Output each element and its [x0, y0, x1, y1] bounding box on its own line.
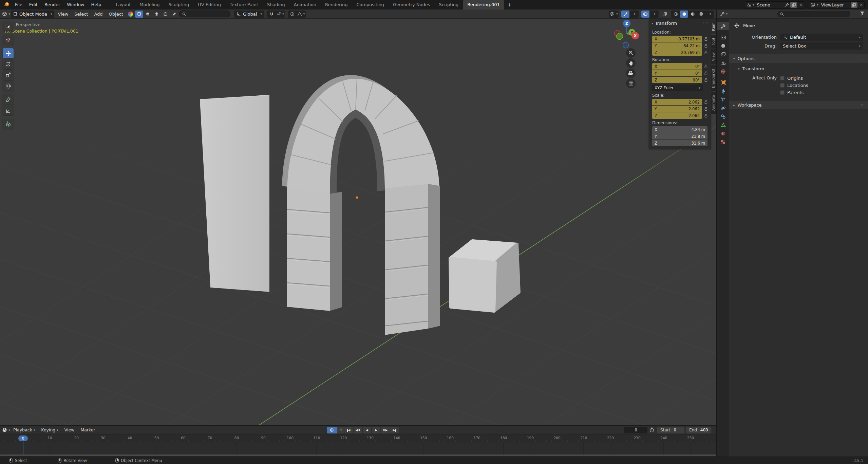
- tool-cursor[interactable]: [3, 35, 14, 45]
- new-scene-button[interactable]: [790, 2, 797, 8]
- frame-end-field[interactable]: End400: [686, 427, 711, 433]
- workspace-tab-geometry-nodes[interactable]: Geometry Nodes: [389, 0, 435, 10]
- menu-help[interactable]: Help: [88, 0, 105, 10]
- lock-icon[interactable]: [703, 78, 708, 82]
- transform-orientation-selector[interactable]: Global ▾: [234, 11, 264, 18]
- menu-render[interactable]: Render: [41, 0, 63, 10]
- current-frame-field[interactable]: 0: [624, 427, 647, 433]
- editor-type-button[interactable]: ▾: [2, 11, 10, 18]
- workspace-tab-rendering-001[interactable]: Rendering.001: [463, 0, 504, 10]
- tool-annotate[interactable]: [3, 94, 14, 105]
- play-button[interactable]: ▶: [372, 427, 380, 433]
- rotation-mode-dropdown[interactable]: XYZ Euler▾: [652, 85, 703, 91]
- auto-keying-dropdown[interactable]: ▾: [337, 427, 344, 433]
- workspace-section-header[interactable]: ▸ Workspace ∷∷: [729, 101, 868, 109]
- timeline-track-area[interactable]: [0, 442, 716, 455]
- shading-dropdown-button[interactable]: ▾: [705, 11, 714, 18]
- timeline-scrollbar[interactable]: [0, 454, 716, 456]
- proportional-falloff-button[interactable]: ▾: [297, 11, 305, 18]
- lock-icon[interactable]: [703, 71, 708, 75]
- transform-subsection-header[interactable]: ▾ Transform: [729, 63, 868, 72]
- n-panel-tab-item[interactable]: Item: [711, 19, 716, 34]
- tab-output[interactable]: [718, 42, 728, 50]
- add-workspace-button[interactable]: +: [504, 2, 515, 7]
- checkbox-locations[interactable]: [780, 83, 785, 88]
- properties-search-input[interactable]: [777, 11, 850, 17]
- tool-rotate[interactable]: [3, 59, 14, 69]
- playhead-badge[interactable]: 0: [18, 435, 28, 441]
- remove-view-layer-button[interactable]: ×: [860, 2, 863, 7]
- workspace-tab-compositing[interactable]: Compositing: [352, 0, 389, 10]
- menu-timeline-view[interactable]: View: [61, 427, 78, 432]
- tab-render[interactable]: [718, 33, 728, 41]
- timeline-editor-type-button[interactable]: ▾: [2, 426, 10, 433]
- options-section-header[interactable]: ▾ Options ∷∷: [729, 54, 868, 63]
- tab-world[interactable]: [718, 67, 728, 75]
- checkbox-parents[interactable]: [780, 90, 785, 95]
- camera-view-button[interactable]: [626, 69, 636, 78]
- filter-icon[interactable]: [860, 11, 865, 16]
- tab-object-data[interactable]: [718, 121, 728, 129]
- tool-select-box[interactable]: [3, 21, 14, 31]
- workspace-tab-sculpting[interactable]: Sculpting: [164, 0, 193, 10]
- prev-keyframe-button[interactable]: ◀◆: [354, 427, 362, 433]
- proportional-editing-button[interactable]: [288, 11, 297, 18]
- timeline-ruler[interactable]: 1020304050607080901001101201301401501601…: [0, 434, 716, 442]
- n-panel-tab-blenderkit[interactable]: BlenderKit: [711, 65, 716, 91]
- transform-field-location-y[interactable]: Y84.22 m: [652, 42, 702, 49]
- blenderkit-materials-button[interactable]: [144, 11, 152, 18]
- transform-field-scale-z[interactable]: Z2.062: [652, 112, 702, 119]
- tool-transform[interactable]: [3, 81, 14, 91]
- auto-keying-button[interactable]: [327, 427, 337, 433]
- tool-scale[interactable]: [3, 70, 14, 80]
- transform-field-location-x[interactable]: X-0.77103 m: [652, 36, 702, 42]
- pan-view-button[interactable]: [626, 58, 636, 68]
- transform-field-rotation-z[interactable]: Z90°: [652, 77, 702, 83]
- viewport-canvas[interactable]: User Perspective (0) Scene Collection | …: [0, 19, 716, 425]
- scene-selector[interactable]: ▾ Scene ×: [745, 1, 805, 8]
- shading-wireframe-button[interactable]: [672, 11, 680, 18]
- tab-tool[interactable]: [717, 22, 729, 30]
- jump-to-end-button[interactable]: ▶: [390, 427, 399, 433]
- new-view-layer-button[interactable]: [851, 2, 857, 8]
- transform-field-rotation-x[interactable]: X0°: [652, 63, 702, 70]
- tab-physics[interactable]: [718, 104, 728, 112]
- blender-logo-icon[interactable]: [3, 1, 10, 8]
- menu-playback[interactable]: Playback▾: [10, 427, 38, 432]
- tab-modifiers[interactable]: [718, 87, 728, 95]
- lock-icon[interactable]: [703, 44, 708, 48]
- collapse-icon[interactable]: ▾: [652, 22, 653, 25]
- workspace-tab-shading[interactable]: Shading: [263, 0, 289, 10]
- overlays-dropdown-button[interactable]: ▾: [650, 11, 658, 18]
- tool-measure[interactable]: [3, 105, 14, 115]
- zoom-view-button[interactable]: [626, 48, 636, 58]
- menu-keying[interactable]: Keying▾: [38, 427, 61, 432]
- workspace-tab-layout[interactable]: Layout: [111, 0, 135, 10]
- transform-field-dimensions-y[interactable]: Y21.8 m: [652, 133, 707, 140]
- lock-icon[interactable]: [703, 51, 708, 55]
- n-panel-tab-animate[interactable]: Animate: [711, 92, 716, 114]
- workspace-tab-uv-editing[interactable]: UV Editing: [193, 0, 225, 10]
- tab-view-layer[interactable]: [718, 50, 728, 58]
- menu-add[interactable]: Add: [91, 12, 105, 17]
- tab-scene[interactable]: [718, 59, 728, 67]
- blenderkit-scenes-button[interactable]: [153, 11, 161, 18]
- blenderkit-logo-icon[interactable]: [128, 12, 133, 17]
- toggle-ortho-button[interactable]: [626, 79, 636, 88]
- transform-field-scale-y[interactable]: Y2.062: [652, 106, 702, 112]
- lock-icon[interactable]: [703, 64, 708, 69]
- transform-field-dimensions-z[interactable]: Z31.6 m: [652, 140, 707, 146]
- panel-grip-icon[interactable]: ∷∷: [860, 57, 865, 60]
- shading-rendered-button[interactable]: [697, 11, 705, 18]
- n-panel-tab-view[interactable]: View: [711, 49, 716, 64]
- menu-object[interactable]: Object: [106, 12, 126, 17]
- tool-move[interactable]: [3, 48, 14, 58]
- menu-marker[interactable]: Marker: [78, 427, 98, 432]
- next-keyframe-button[interactable]: ◆▶: [381, 427, 390, 433]
- workspace-tab-modeling[interactable]: Modeling: [135, 0, 164, 10]
- lock-icon[interactable]: [703, 100, 708, 104]
- gizmos-toggle-button[interactable]: [621, 11, 629, 18]
- n-panel-tab-tool[interactable]: Tool: [711, 35, 716, 49]
- transform-field-scale-x[interactable]: X2.062: [652, 99, 702, 105]
- menu-file[interactable]: File: [12, 0, 26, 10]
